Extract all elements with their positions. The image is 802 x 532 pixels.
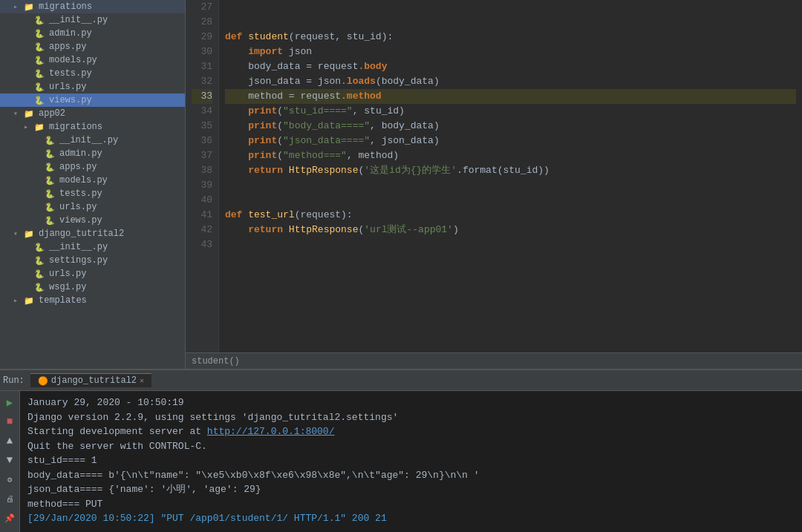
- code-line-30: import json: [225, 45, 796, 59]
- code-line-33: method = request.method: [225, 89, 796, 104]
- output-line: body_data==== b'{\n\t"name": "\xe5\xb0\x…: [27, 468, 795, 483]
- line-number-35: 35: [192, 119, 212, 134]
- output-line: Django version 2.2.9, using settings 'dj…: [27, 410, 795, 425]
- restart-button[interactable]: ▶: [1, 394, 18, 410]
- settings-button[interactable]: ⚙: [1, 471, 18, 487]
- tree-label: tests.py: [49, 68, 92, 79]
- pin-button[interactable]: 📌: [1, 510, 18, 526]
- tree-label: __init__.py: [49, 242, 108, 252]
- line-number-37: 37: [192, 148, 212, 163]
- tree-arrow: ▾: [13, 229, 24, 238]
- sidebar-item-__init__-py[interactable]: 🐍 __init__.py: [0, 13, 185, 27]
- sidebar-item-app02[interactable]: ▾ 📁 app02: [0, 107, 185, 120]
- sidebar-item-urls-py[interactable]: 🐍 urls.py: [0, 80, 185, 93]
- code-line-28: [225, 15, 796, 30]
- sidebar-item-wsgi-py[interactable]: 🐍 wsgi.py: [0, 280, 185, 294]
- run-tab[interactable]: 🟠 django_tutrital2 ✕: [30, 373, 151, 387]
- tree-label: migrations: [39, 1, 92, 12]
- code-line-40: [225, 193, 796, 208]
- sidebar-item-admin-py[interactable]: 🐍 admin.py: [0, 27, 185, 40]
- sidebar-item-views-py[interactable]: 🐍 views.py: [0, 93, 185, 107]
- scroll-up-button[interactable]: ▲: [1, 433, 18, 449]
- sidebar-item-__init__-py[interactable]: 🐍 __init__.py: [0, 240, 185, 254]
- code-line-29: def student(request, stu_id):: [225, 30, 796, 45]
- tree-label: __init__.py: [59, 135, 118, 145]
- tree-label: tests.py: [59, 188, 102, 199]
- output-text: Django version 2.2.9, using settings 'dj…: [27, 412, 398, 423]
- code-line-36: print("json_data====", json_data): [225, 134, 796, 148]
- code-line-32: json_data = json.loads(body_data): [225, 74, 796, 89]
- sidebar-item-settings-py[interactable]: 🐍 settings.py: [0, 254, 185, 267]
- tree-label: views.py: [59, 215, 102, 226]
- sidebar-item-views-py[interactable]: 🐍 views.py: [0, 214, 185, 227]
- py-icon: 🐍: [34, 56, 46, 65]
- sidebar-item-__init__-py[interactable]: 🐍 __init__.py: [0, 134, 185, 147]
- scroll-down-button[interactable]: ▼: [1, 452, 18, 468]
- run-controls: ▶ ■ ▲ ▼ ⚙ 🖨 📌: [0, 391, 20, 532]
- tree-label: models.py: [59, 175, 108, 185]
- tree-label: models.py: [49, 55, 97, 65]
- py-icon: 🐍: [34, 256, 46, 266]
- output-text: json_data==== {'name': '小明', 'age': 29}: [27, 484, 261, 495]
- line-number-27: 27: [192, 0, 212, 15]
- output-text: stu_id==== 1: [27, 455, 97, 466]
- stop-button[interactable]: ■: [1, 413, 18, 430]
- sidebar-item-tests-py[interactable]: 🐍 tests.py: [0, 67, 185, 80]
- py-icon: 🐍: [34, 269, 46, 279]
- code-line-38: return HttpResponse('这是id为{}的学生'.format(…: [225, 163, 796, 178]
- sidebar-item-models-py[interactable]: 🐍 models.py: [0, 174, 185, 187]
- py-icon: 🐍: [45, 189, 56, 199]
- close-tab-button[interactable]: ✕: [140, 376, 144, 385]
- output-text: method=== PUT: [27, 499, 102, 510]
- line-number-34: 34: [192, 104, 212, 119]
- py-icon: 🐍: [45, 136, 56, 145]
- sidebar-item-templates[interactable]: ▸ 📁 templates: [0, 294, 185, 307]
- code-line-43: [225, 237, 796, 252]
- tree-label: django_tutrital2: [39, 229, 124, 239]
- sidebar-item-tests-py[interactable]: 🐍 tests.py: [0, 187, 185, 200]
- run-output[interactable]: January 29, 2020 - 10:50:19Django versio…: [20, 391, 802, 532]
- print-button[interactable]: 🖨: [1, 490, 18, 507]
- run-content: ▶ ■ ▲ ▼ ⚙ 🖨 📌 January 29, 2020 - 10:50:1…: [0, 391, 802, 532]
- sidebar-item-migrations[interactable]: ▸ 📁 migrations: [0, 120, 185, 134]
- sidebar-item-apps-py[interactable]: 🐍 apps.py: [0, 160, 185, 174]
- py-icon: 🐍: [34, 96, 46, 105]
- folder-icon: 📁: [34, 122, 46, 132]
- tree-arrow: ▸: [13, 296, 24, 305]
- code-content[interactable]: def student(request, stu_id): import jso…: [219, 0, 802, 352]
- editor: 2728293031323334353637383940414243 def s…: [186, 0, 802, 369]
- code-line-41: def test_url(request):: [225, 208, 796, 223]
- output-line: json_data==== {'name': '小明', 'age': 29}: [27, 482, 795, 497]
- output-text: Starting development server at: [27, 426, 207, 437]
- run-panel: Run: 🟠 django_tutrital2 ✕ ▶ ■ ▲ ▼ ⚙ 🖨 📌 …: [0, 369, 802, 532]
- tree-label: apps.py: [59, 162, 97, 172]
- folder-icon: 📁: [24, 2, 36, 12]
- sidebar-tree: ▸ 📁 migrations 🐍 __init__.py 🐍 admin.py …: [0, 0, 185, 307]
- line-number-42: 42: [192, 223, 212, 237]
- sidebar-item-migrations[interactable]: ▸ 📁 migrations: [0, 0, 185, 13]
- sidebar-item-django_tutrital2[interactable]: ▾ 📁 django_tutrital2: [0, 227, 185, 240]
- code-line-35: print("body_data====", body_data): [225, 119, 796, 134]
- run-tab-name: django_tutrital2: [51, 375, 137, 386]
- sidebar-item-admin-py[interactable]: 🐍 admin.py: [0, 147, 185, 160]
- server-link[interactable]: http://127.0.0.1:8000/: [207, 426, 335, 437]
- tree-arrow: ▾: [13, 109, 24, 118]
- tree-arrow: ▸: [24, 122, 34, 131]
- py-icon: 🐍: [34, 16, 46, 25]
- request-log: [29/Jan/2020 10:50:22] "PUT /app01/stude…: [27, 513, 387, 524]
- py-icon: 🐍: [45, 176, 56, 185]
- code-line-31: body_data = request.body: [225, 59, 796, 74]
- output-text: body_data==== b'{\n\t"name": "\xe5\xb0\x…: [27, 470, 480, 481]
- sidebar-item-urls-py[interactable]: 🐍 urls.py: [0, 200, 185, 214]
- output-text: Quit the server with CONTROL-C.: [27, 441, 207, 452]
- sidebar-item-urls-py[interactable]: 🐍 urls.py: [0, 267, 185, 280]
- tree-label: admin.py: [49, 28, 92, 39]
- py-icon: 🐍: [45, 203, 56, 212]
- sidebar-item-apps-py[interactable]: 🐍 apps.py: [0, 40, 185, 53]
- sidebar-item-models-py[interactable]: 🐍 models.py: [0, 53, 185, 67]
- py-icon: 🐍: [45, 216, 56, 226]
- line-number-29: 29: [192, 30, 212, 45]
- py-icon: 🐍: [34, 82, 46, 92]
- code-line-34: print("stu_id====", stu_id): [225, 104, 796, 119]
- py-icon: 🐍: [34, 42, 46, 52]
